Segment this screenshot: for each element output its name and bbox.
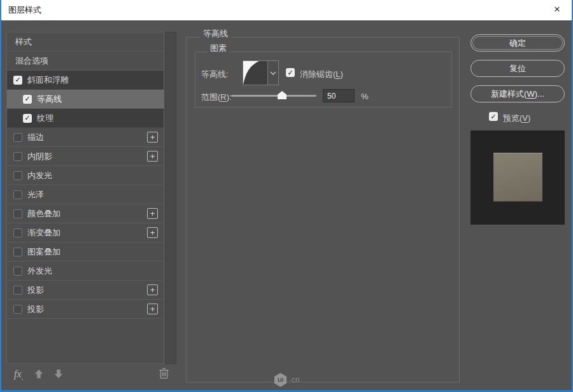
add-effect-button[interactable]: + <box>147 304 158 314</box>
range-label: 范围(R): <box>201 92 232 103</box>
sidebar-item-label: 纹理 <box>37 113 53 124</box>
sidebar-item[interactable]: ✓ 纹理 <box>7 109 164 128</box>
contour-curve-icon <box>243 61 267 85</box>
sidebar-item-label: 投影 <box>27 284 44 296</box>
add-effect-button[interactable]: + <box>147 132 158 143</box>
move-effect-up-button[interactable] <box>34 368 44 379</box>
watermark: UI ·cn <box>274 373 300 387</box>
contour-group-title: 等高线 <box>200 29 231 39</box>
antialias-checkbox[interactable]: ✓ <box>286 68 295 77</box>
effect-checkbox[interactable] <box>13 286 22 295</box>
range-slider-track[interactable] <box>231 95 316 97</box>
arrow-down-icon <box>53 368 64 379</box>
sidebar-item-label: 投影 <box>27 304 44 315</box>
sidebar-item-label: 混合选项 <box>15 55 48 67</box>
sidebar-item[interactable]: 光泽 <box>7 185 164 204</box>
effect-checkbox[interactable] <box>13 305 22 314</box>
sidebar-item[interactable]: 描边 + <box>7 128 164 147</box>
add-effect-button[interactable]: + <box>147 151 158 162</box>
elements-group-title: 图素 <box>207 43 230 53</box>
contour-picker-label: 等高线: <box>201 69 229 80</box>
sidebar-list: 样式 混合选项 ✓ 斜面和浮雕 ✓ 等高线 ✓ 纹理 描边 + 内阴影 + 内发… <box>6 32 164 364</box>
sidebar-item-label: 图案叠加 <box>27 246 60 258</box>
effect-checkbox[interactable] <box>13 152 22 161</box>
sidebar-item[interactable]: 外发光 <box>7 262 164 281</box>
preview-checkbox[interactable]: ✓ <box>489 112 498 121</box>
fx-menu-mark-icon: , <box>22 373 24 381</box>
sidebar-item[interactable]: 样式 <box>7 32 164 52</box>
sidebar-item[interactable]: ✓ 等高线 <box>7 90 164 109</box>
preview-label: 预览(V) <box>503 113 530 124</box>
ui-cn-logo-icon: UI <box>274 373 287 387</box>
sidebar-item-label: 斜面和浮雕 <box>27 74 69 86</box>
effect-checkbox[interactable] <box>13 228 22 237</box>
ok-button[interactable]: 确定 <box>470 34 565 52</box>
titlebar: 图层样式 × <box>0 0 573 20</box>
window-title: 图层样式 <box>8 0 41 20</box>
antialias-label: 消除锯齿(L) <box>300 69 343 80</box>
contour-dropdown-button[interactable] <box>267 60 279 85</box>
effect-checkbox[interactable]: ✓ <box>23 114 32 123</box>
contour-thumbnail[interactable] <box>243 60 268 85</box>
add-effect-button[interactable]: + <box>147 208 158 219</box>
sidebar-item[interactable]: 内阴影 + <box>7 147 164 166</box>
close-icon[interactable]: × <box>546 0 568 20</box>
new-style-button[interactable]: 新建样式(W)... <box>470 85 565 102</box>
window-border-left <box>0 0 1 392</box>
effect-checkbox[interactable] <box>13 209 22 218</box>
delete-effect-button[interactable] <box>159 367 170 380</box>
effect-checkbox[interactable]: ✓ <box>23 95 32 104</box>
sidebar-item[interactable]: 颜色叠加 + <box>7 204 164 223</box>
sidebar-item-label: 渐变叠加 <box>27 227 60 239</box>
arrow-up-icon <box>34 368 44 379</box>
range-value-input[interactable] <box>323 89 355 102</box>
sidebar-item-label: 颜色叠加 <box>27 208 60 220</box>
add-effect-button[interactable]: + <box>147 227 158 238</box>
sidebar-item-label: 描边 <box>27 132 44 143</box>
sidebar-item-label: 光泽 <box>27 189 44 200</box>
effect-checkbox[interactable]: ✓ <box>13 76 22 85</box>
range-unit-label: % <box>361 92 369 101</box>
trash-icon <box>159 367 169 379</box>
effect-checkbox[interactable] <box>13 248 22 256</box>
sidebar-scrollbar[interactable] <box>165 32 176 364</box>
sidebar-item[interactable]: 投影 + <box>7 300 164 319</box>
reset-button[interactable]: 复位 <box>470 60 565 77</box>
sidebar-item[interactable]: 内发光 <box>7 166 164 185</box>
sidebar-item-label: 内发光 <box>27 170 52 181</box>
sidebar-item[interactable]: 混合选项 <box>7 52 164 71</box>
effect-checkbox[interactable] <box>13 267 22 276</box>
sidebar-item[interactable]: 图案叠加 <box>7 242 164 262</box>
sidebar-item-label: 内阴影 <box>27 151 52 162</box>
move-effect-down-button[interactable] <box>53 368 64 379</box>
sidebar-item-label: 等高线 <box>37 94 62 105</box>
style-preview-swatch <box>493 153 542 202</box>
add-effect-button[interactable]: + <box>147 284 158 295</box>
sidebar-item[interactable]: ✓ 斜面和浮雕 <box>7 71 164 90</box>
sidebar-item-label: 样式 <box>15 36 32 48</box>
fx-icon: fx <box>14 368 22 379</box>
chevron-down-icon <box>270 71 276 75</box>
fx-menu-button[interactable]: fx, <box>14 368 33 381</box>
effect-checkbox[interactable] <box>13 190 22 199</box>
effect-checkbox[interactable] <box>13 171 22 180</box>
watermark-text: ·cn <box>289 375 300 384</box>
sidebar-item[interactable]: 渐变叠加 + <box>7 223 164 242</box>
style-preview-box <box>470 130 565 225</box>
sidebar-item[interactable]: 投影 + <box>7 281 164 300</box>
effect-checkbox[interactable] <box>13 133 22 142</box>
sidebar-item-label: 外发光 <box>27 265 52 277</box>
